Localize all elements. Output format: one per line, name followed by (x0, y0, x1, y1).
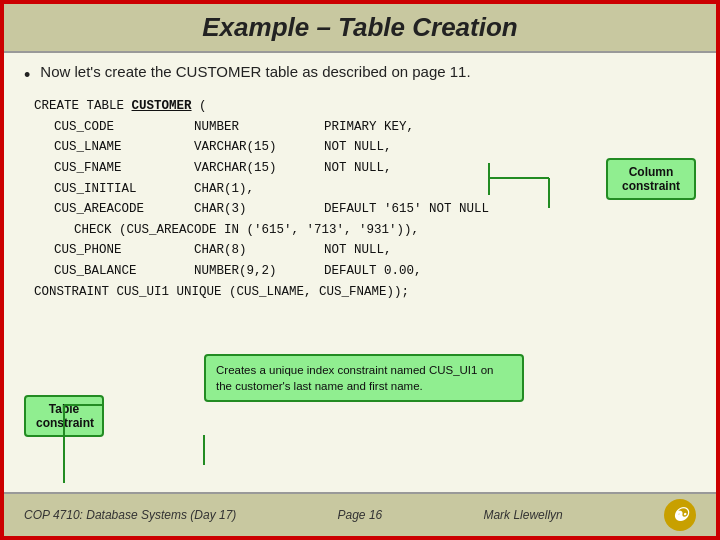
cus-code-constraint: PRIMARY KEY, (324, 117, 414, 138)
cus-code-type: NUMBER (194, 117, 324, 138)
bullet-point: • Now let's create the CUSTOMER table as… (24, 63, 696, 86)
slide-content: • Now let's create the CUSTOMER table as… (4, 53, 716, 492)
cus-phone-constraint: NOT NULL, (324, 240, 392, 261)
cus-lname-constraint: NOT NULL, (324, 137, 392, 158)
cus-fname-type: VARCHAR(15) (194, 158, 324, 179)
cus-fname-field: CUS_FNAME (54, 158, 194, 179)
cus-areacode-constraint: DEFAULT '615' NOT NULL (324, 199, 489, 220)
unique-constraint: CONSTRAINT CUS_UI1 UNIQUE (CUS_LNAME, CU… (34, 282, 409, 303)
check-constraint: CHECK (CUS_AREACODE IN ('615', '713', '9… (74, 220, 419, 241)
footer: COP 4710: Database Systems (Day 17) Page… (4, 492, 716, 536)
bullet-text: Now let's create the CUSTOMER table as d… (40, 63, 470, 80)
cus-balance-constraint: DEFAULT 0.00, (324, 261, 422, 282)
code-line-cus-fname: CUS_FNAME VARCHAR(15) NOT NULL, (54, 158, 696, 179)
title-bar: Example – Table Creation (4, 4, 716, 53)
code-line-check: CHECK (CUS_AREACODE IN ('615', '713', '9… (74, 220, 696, 241)
footer-logo: ☯ (664, 499, 696, 531)
cus-code-field: CUS_CODE (54, 117, 194, 138)
annotation-box: Creates a unique index constraint named … (204, 354, 524, 402)
table-constraint-label: Table constraint (36, 402, 94, 430)
cus-balance-field: CUS_BALANCE (54, 261, 194, 282)
code-line-cus-areacode: CUS_AREACODE CHAR(3) DEFAULT '615' NOT N… (54, 199, 696, 220)
table-constraint-box: Table constraint (24, 395, 104, 437)
cus-phone-field: CUS_PHONE (54, 240, 194, 261)
cus-areacode-field: CUS_AREACODE (54, 199, 194, 220)
cus-areacode-type: CHAR(3) (194, 199, 324, 220)
cus-initial-field: CUS_INITIAL (54, 179, 194, 200)
cus-fname-constraint: NOT NULL, (324, 158, 392, 179)
code-line-constraint: CONSTRAINT CUS_UI1 UNIQUE (CUS_LNAME, CU… (34, 282, 696, 303)
code-line-cus-initial: CUS_INITIAL CHAR(1), (54, 179, 696, 200)
code-line-cus-lname: CUS_LNAME VARCHAR(15) NOT NULL, (54, 137, 696, 158)
footer-center: Page 16 (338, 508, 383, 522)
code-block: CREATE TABLE CUSTOMER ( CUS_CODE NUMBER … (34, 96, 696, 302)
code-line-create: CREATE TABLE CUSTOMER ( (34, 96, 696, 117)
annotation-text: Creates a unique index constraint named … (216, 364, 493, 392)
column-constraint-box: Column constraint (606, 158, 696, 200)
cus-lname-field: CUS_LNAME (54, 137, 194, 158)
create-table-keyword: CREATE TABLE CUSTOMER ( (34, 96, 207, 117)
cus-phone-type: CHAR(8) (194, 240, 324, 261)
column-constraint-label: Column constraint (622, 165, 680, 193)
footer-right: Mark Llewellyn (483, 508, 562, 522)
cus-balance-type: NUMBER(9,2) (194, 261, 324, 282)
code-line-cus-balance: CUS_BALANCE NUMBER(9,2) DEFAULT 0.00, (54, 261, 696, 282)
footer-left: COP 4710: Database Systems (Day 17) (24, 508, 236, 522)
cus-lname-type: VARCHAR(15) (194, 137, 324, 158)
bullet-icon: • (24, 65, 30, 86)
logo-icon: ☯ (672, 504, 688, 526)
slide: Example – Table Creation • Now let's cre… (0, 0, 720, 540)
code-line-cus-code: CUS_CODE NUMBER PRIMARY KEY, (54, 117, 696, 138)
code-line-cus-phone: CUS_PHONE CHAR(8) NOT NULL, (54, 240, 696, 261)
slide-title: Example – Table Creation (24, 12, 696, 43)
cus-initial-type: CHAR(1), (194, 179, 324, 200)
